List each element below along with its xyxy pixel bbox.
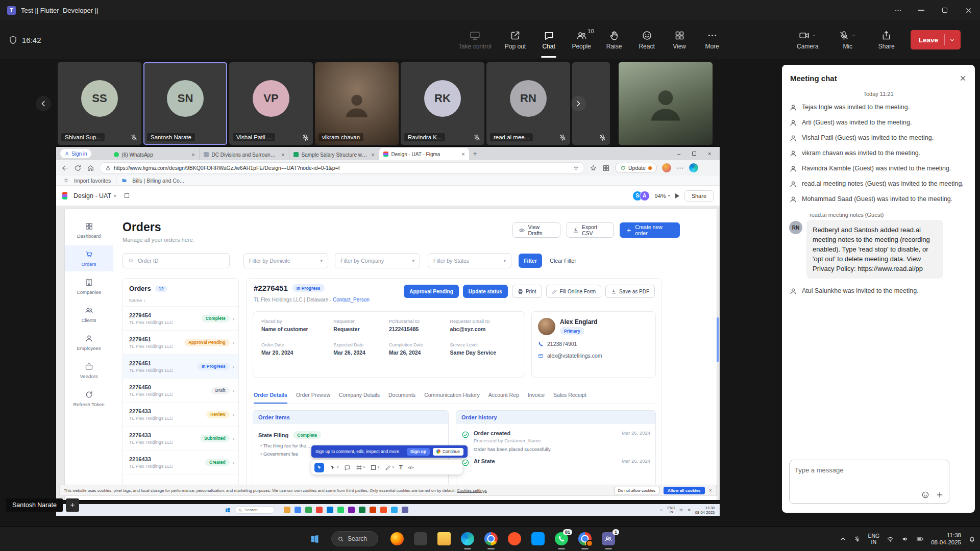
react-button[interactable]: React	[632, 20, 662, 59]
view-drafts-button[interactable]: View Drafts	[512, 222, 560, 238]
approval-pending-button[interactable]: Approval Pending	[404, 285, 459, 298]
tray-chevron-up-icon[interactable]	[839, 535, 847, 543]
wifi-icon[interactable]	[887, 535, 894, 543]
camera-chevron-icon[interactable]	[811, 33, 817, 38]
print-button[interactable]: Print	[512, 285, 542, 298]
maximize-button[interactable]	[933, 0, 957, 20]
app-icon[interactable]	[337, 507, 344, 513]
emoji-icon[interactable]	[921, 491, 929, 499]
battery-icon[interactable]	[916, 535, 924, 543]
layers-panel-icon[interactable]	[124, 192, 130, 199]
update-status-button[interactable]: Update status	[463, 285, 508, 298]
order-id-search-input[interactable]: Order ID	[122, 253, 230, 268]
mic-chevron-icon[interactable]	[851, 33, 856, 38]
present-icon[interactable]	[675, 193, 679, 198]
language-indicator[interactable]: ENG IN	[667, 506, 675, 514]
tab-salary-sheet[interactable]: Sample Salary Structure with cal... ×	[289, 149, 379, 160]
detail-tab[interactable]: Invoice	[528, 392, 545, 404]
share-button[interactable]: Share	[872, 20, 901, 59]
clock[interactable]: 11:3808-04-2025	[931, 532, 961, 546]
app-icon[interactable]	[380, 507, 387, 513]
detail-tab[interactable]: Company Details	[339, 392, 380, 404]
participant-tile-santosh[interactable]: SN Santosh Narate	[143, 62, 227, 145]
order-row[interactable]: 2276433TL Flex Holdings LLC Review ›	[123, 403, 238, 427]
figma-share-button[interactable]: Share	[684, 190, 714, 202]
filter-apply-button[interactable]: Filter	[519, 254, 542, 268]
order-row[interactable]: 2276450TL Flex Holdings LLC Draft ›	[123, 379, 238, 403]
figma-scrollbar[interactable]	[717, 317, 719, 362]
meeting-info[interactable]: 16:42	[8, 20, 41, 59]
signup-button[interactable]: Sign up	[407, 448, 430, 456]
sidebar-item-refresh-token[interactable]: Refresh Token	[65, 386, 113, 412]
tray-mic-icon[interactable]	[854, 536, 861, 542]
tab-close-icon[interactable]: ×	[461, 151, 464, 157]
home-icon[interactable]	[87, 164, 94, 172]
back-icon[interactable]	[61, 164, 69, 172]
chat-button[interactable]: Chat	[534, 20, 564, 59]
app-icon[interactable]	[284, 507, 290, 513]
figma-logo-icon[interactable]	[62, 192, 67, 199]
window-menu-icon[interactable]	[886, 0, 910, 20]
start-icon[interactable]	[225, 507, 231, 513]
sidebar-item-orders[interactable]: Orders	[65, 245, 113, 271]
comment-tool-icon[interactable]	[344, 464, 351, 471]
save-as-pdf-button[interactable]: Save as PDF	[605, 285, 655, 298]
notifications-bell-icon[interactable]	[968, 535, 976, 543]
camera-button[interactable]: Camera	[792, 20, 824, 59]
browser-minimize-button[interactable]: –	[672, 148, 686, 159]
scroll-left-button[interactable]	[36, 96, 51, 111]
deny-cookies-button[interactable]: Do not allow cookies	[614, 487, 659, 494]
participant-tile-ravindra[interactable]: RK Ravindra K...	[401, 62, 484, 145]
participant-tile-readai[interactable]: RN read.ai mee...	[486, 62, 570, 145]
allow-cookies-button[interactable]: Allow all cookies	[664, 487, 704, 494]
search-box[interactable]: Search	[235, 506, 275, 514]
text-tool-icon[interactable]: T	[399, 464, 403, 470]
sidebar-item-vendors[interactable]: Vendors	[65, 358, 113, 384]
tab-close-icon[interactable]: ×	[281, 152, 284, 158]
google-continue-button[interactable]: Continue	[433, 448, 463, 456]
sidebar-item-clients[interactable]: Clients	[65, 302, 113, 328]
bookmark-folder-link[interactable]: Bills | Billing and Co...	[132, 178, 184, 184]
scroll-right-button[interactable]	[571, 96, 586, 111]
people-button[interactable]: 10People	[567, 20, 596, 59]
participant-tile-vishal[interactable]: VP Vishal Patil ...	[229, 62, 313, 145]
figma-doc-title[interactable]: Design - UAT▾	[74, 192, 116, 199]
leave-button[interactable]: Leave	[911, 30, 961, 49]
mic-button[interactable]: Mic	[833, 20, 863, 59]
shared-screen-browser[interactable]: Sign in (6) WhatsApp × DC Divisions and …	[56, 147, 720, 500]
browser-update-button[interactable]: Update	[615, 163, 657, 173]
app-icon[interactable]	[295, 507, 301, 513]
order-row[interactable]: 2216433TL Flex Holdings LLC Created ›	[123, 450, 238, 474]
app-icon[interactable]	[370, 507, 376, 513]
participant-tile-shivani[interactable]: SS Shivani Sup...	[58, 62, 141, 145]
cookie-close-icon[interactable]: ×	[709, 487, 712, 493]
browser-signin-button[interactable]: Sign in	[60, 149, 91, 158]
dev-mode-icon[interactable]: </>	[408, 465, 414, 470]
browser-close-button[interactable]: ×	[702, 148, 717, 159]
pin-presenter-button[interactable]	[66, 498, 79, 512]
filter-company-select[interactable]: Filter by Company▾	[335, 253, 420, 268]
view-button[interactable]: View	[665, 20, 694, 59]
edge-icon[interactable]	[689, 163, 698, 172]
collaborator-avatar[interactable]: A	[640, 191, 650, 201]
browser-maximize-button[interactable]	[687, 148, 701, 159]
raise-hand-button[interactable]: Raise	[599, 20, 629, 59]
extensions-icon[interactable]	[602, 164, 610, 172]
detail-tab[interactable]: Communication History	[424, 392, 480, 404]
frame-tool-icon[interactable]: ▾	[356, 464, 365, 471]
detail-tab[interactable]: Order Preview	[296, 392, 330, 404]
reload-icon[interactable]	[74, 164, 82, 172]
address-bar[interactable]: https://www.figma.com/design/9BKQ0FOHRWa…	[100, 162, 584, 173]
participant-tile-vikram[interactable]: vikram chavan	[315, 62, 399, 145]
chat-close-icon[interactable]	[959, 74, 967, 82]
create-new-order-button[interactable]: Create new order	[620, 222, 680, 238]
language-indicator[interactable]: ENGIN	[868, 533, 879, 545]
app-icon[interactable]	[391, 507, 398, 513]
tab-dc-divisions[interactable]: DC Divisions and Surroundings ×	[200, 149, 289, 160]
filter-clear-button[interactable]: Clear Filter	[547, 254, 579, 268]
pop-out-button[interactable]: Pop out	[500, 20, 531, 59]
attach-plus-icon[interactable]	[936, 491, 944, 499]
export-csv-button[interactable]: Export CSV	[567, 222, 614, 238]
app-icon[interactable]	[305, 507, 312, 513]
app-icon[interactable]	[327, 507, 333, 513]
